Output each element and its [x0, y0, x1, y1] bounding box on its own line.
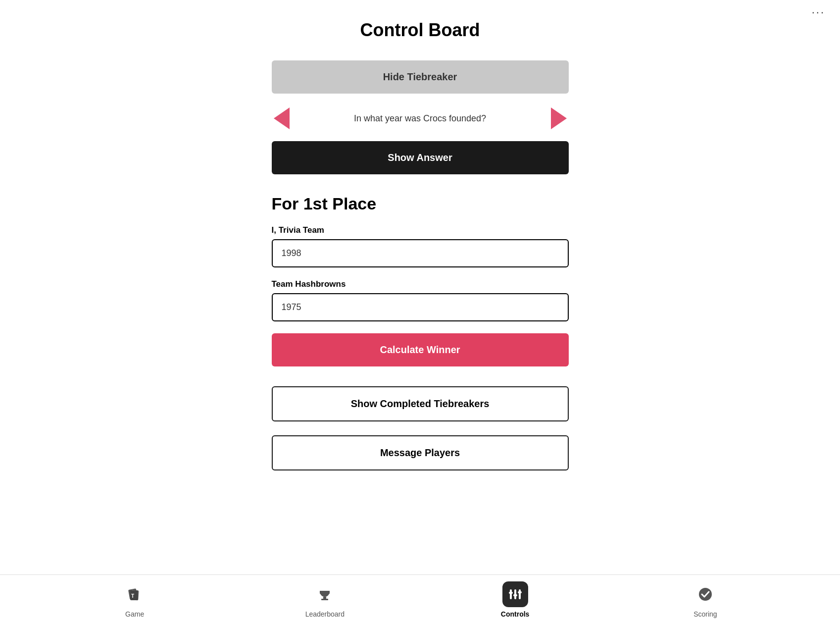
controls-icon — [507, 586, 524, 603]
svg-text:T: T — [131, 593, 134, 599]
nav-item-game[interactable]: T Game — [115, 581, 154, 618]
next-question-button[interactable] — [549, 105, 569, 131]
nav-item-leaderboard[interactable]: Leaderboard — [305, 581, 345, 618]
scoring-icon — [697, 586, 714, 603]
leaderboard-icon — [316, 586, 333, 603]
svg-rect-7 — [328, 591, 330, 594]
nav-item-scoring[interactable]: Scoring — [686, 581, 725, 618]
svg-rect-5 — [321, 599, 328, 600]
tiebreaker-place-title: For 1st Place — [272, 194, 569, 213]
left-arrow-icon — [274, 107, 290, 129]
game-icon: T — [126, 586, 143, 603]
question-text: In what year was Crocs founded? — [297, 113, 543, 124]
svg-rect-12 — [513, 594, 517, 596]
question-row: In what year was Crocs founded? — [272, 105, 569, 131]
controls-nav-icon-wrap — [502, 581, 528, 607]
show-answer-button[interactable]: Show Answer — [272, 141, 569, 174]
nav-scoring-label: Scoring — [693, 610, 717, 618]
calculate-winner-button[interactable]: Calculate Winner — [272, 333, 569, 366]
scoring-nav-icon-wrap — [692, 581, 718, 607]
right-arrow-icon — [551, 107, 567, 129]
menu-dots[interactable]: ··· — [812, 6, 825, 19]
svg-rect-13 — [518, 591, 522, 593]
svg-rect-11 — [509, 592, 513, 594]
svg-rect-6 — [320, 591, 321, 594]
nav-item-controls[interactable]: Controls — [495, 581, 535, 618]
team-2-section: Team Hashbrowns — [272, 279, 569, 333]
nav-game-label: Game — [125, 610, 144, 618]
team-1-section: I, Trivia Team — [272, 225, 569, 279]
nav-controls-label: Controls — [501, 610, 530, 618]
show-completed-tiebreakers-button[interactable]: Show Completed Tiebreakers — [272, 386, 569, 421]
svg-rect-10 — [519, 589, 521, 599]
svg-point-14 — [699, 588, 712, 601]
prev-question-button[interactable] — [272, 105, 292, 131]
page-title: Control Board — [272, 20, 569, 41]
svg-rect-4 — [323, 597, 326, 599]
game-nav-icon-wrap: T — [122, 581, 148, 607]
team-2-answer-input[interactable] — [272, 293, 569, 321]
bottom-navigation: T Game Leaderboard — [0, 574, 840, 624]
leaderboard-nav-icon-wrap — [312, 581, 338, 607]
svg-rect-8 — [510, 589, 512, 599]
hide-tiebreaker-button[interactable]: Hide Tiebreaker — [272, 60, 569, 94]
nav-leaderboard-label: Leaderboard — [305, 610, 345, 618]
team-2-label: Team Hashbrowns — [272, 279, 569, 289]
team-1-label: I, Trivia Team — [272, 225, 569, 235]
message-players-button[interactable]: Message Players — [272, 435, 569, 470]
team-1-answer-input[interactable] — [272, 239, 569, 267]
